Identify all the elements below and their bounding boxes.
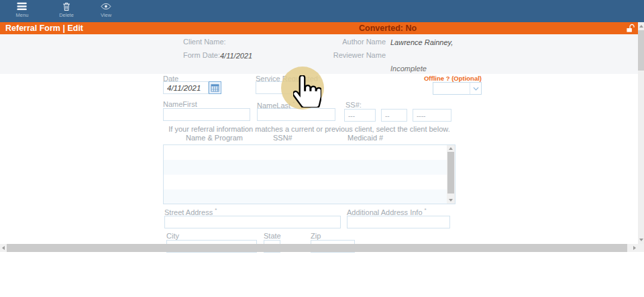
eye-icon: [101, 1, 111, 11]
client-match-listbox[interactable]: [163, 144, 455, 204]
menu-button-label: Menu: [16, 12, 29, 18]
view-button-label: View: [101, 12, 111, 18]
scrollbar-corner: [638, 244, 644, 252]
list-row[interactable]: [164, 175, 447, 189]
column-header-medicaid: Medicaid #: [347, 134, 383, 142]
view-button[interactable]: View: [101, 1, 111, 18]
listbox-scrollbar[interactable]: [447, 145, 455, 204]
zip-label: Zip: [311, 232, 321, 240]
form-date-value: 4/11/2021: [220, 52, 252, 60]
match-instruction-text: If your referral information matches a c…: [163, 125, 455, 133]
delete-button[interactable]: Delete: [59, 1, 74, 18]
hand-pointer-cursor: [293, 75, 321, 108]
date-input[interactable]: [163, 81, 209, 94]
trash-icon: [61, 1, 72, 11]
form-status: Incomplete: [390, 65, 427, 73]
list-row[interactable]: [164, 145, 447, 160]
city-label: City: [166, 232, 179, 240]
converted-status: Converted: No: [359, 23, 417, 34]
name-first-input[interactable]: [163, 108, 250, 121]
name-last-input[interactable]: [257, 108, 335, 121]
horizontal-scrollbar-thumb[interactable]: [7, 244, 627, 252]
page-title: Referral Form | Edit: [5, 23, 83, 34]
top-toolbar: Menu Delete View: [0, 0, 644, 22]
listbox-scrollbar-thumb[interactable]: [447, 152, 454, 194]
street-address-input[interactable]: [164, 216, 341, 228]
additional-address-input[interactable]: [347, 216, 450, 228]
author-name-value: Lawrence Rainney,: [390, 38, 453, 46]
calendar-icon: [211, 83, 219, 92]
ssn-label: SS#:: [345, 101, 362, 109]
menu-button[interactable]: Menu: [16, 1, 29, 18]
additional-address-label: Additional Address Info *: [347, 207, 427, 216]
street-address-label: Street Address *: [164, 207, 217, 216]
horizontal-scrollbar[interactable]: [0, 244, 638, 252]
column-header-name-program: Name & Program: [186, 134, 243, 142]
scroll-down-icon[interactable]: [639, 239, 643, 241]
client-name-label: Client Name:: [183, 38, 226, 46]
reviewer-name-label: Reviewer Name: [322, 51, 386, 59]
scroll-right-icon[interactable]: [633, 246, 636, 250]
state-label: State: [264, 232, 281, 240]
list-row[interactable]: [164, 189, 447, 204]
form-header-panel: Client Name: Form Date: 4/11/2021 Author…: [0, 34, 638, 74]
listbox-scroll-down-icon[interactable]: [449, 199, 453, 202]
required-marker: *: [215, 207, 217, 213]
offline-optional-label: Offline ? (Optional): [402, 75, 482, 82]
offline-select[interactable]: [433, 82, 482, 95]
form-title-bar: Referral Form | Edit Converted: No: [0, 22, 638, 34]
scroll-up-icon[interactable]: [639, 25, 643, 28]
ssn-part2-input[interactable]: [381, 109, 407, 122]
column-header-ssn: SSN#: [273, 134, 292, 142]
vertical-scrollbar-thumb[interactable]: [638, 30, 644, 71]
list-row[interactable]: [164, 160, 447, 175]
chevron-down-icon: [470, 83, 481, 94]
offline-select-value: [433, 83, 470, 94]
name-first-label: NameFirst: [163, 100, 197, 108]
ssn-part3-input[interactable]: [413, 109, 451, 122]
delete-button-label: Delete: [59, 12, 74, 18]
calendar-button[interactable]: [209, 81, 221, 94]
ssn-part1-input[interactable]: [344, 109, 376, 122]
listbox-scroll-up-icon[interactable]: [449, 147, 453, 150]
form-date-label: Form Date:: [183, 51, 220, 59]
author-name-label: Author Name: [322, 38, 386, 46]
required-marker: *: [425, 207, 427, 213]
vertical-scrollbar[interactable]: [638, 22, 644, 244]
unlock-icon[interactable]: [626, 24, 635, 33]
menu-icon: [17, 1, 28, 11]
scroll-left-icon[interactable]: [2, 246, 5, 250]
